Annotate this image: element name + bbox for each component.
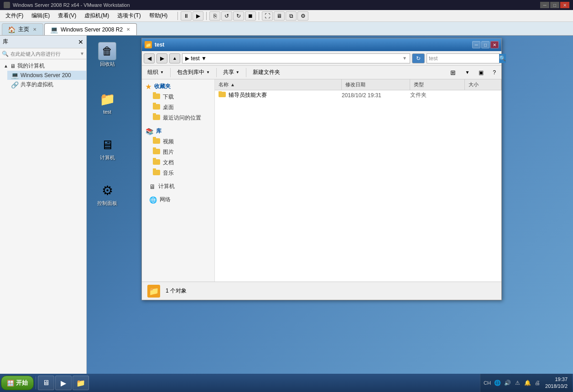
view-toggle-btn[interactable]: ⊞	[448, 68, 458, 77]
taskbar-folder-btn[interactable]: 📁	[73, 376, 89, 390]
toolbar-share-btn[interactable]: 共享 ▼	[220, 68, 242, 77]
tray-lang-icon[interactable]: CH	[483, 379, 491, 387]
explorer-minimize-btn[interactable]: ─	[472, 41, 480, 48]
menu-vm[interactable]: 虚拟机(M)	[81, 11, 113, 21]
taskbar-clock[interactable]: 19:37 2018/10/2	[543, 376, 569, 390]
address-text: ▶ test ▼	[185, 55, 207, 62]
vm-desktop[interactable]: 🗑 回收站 📁 test 🖥 计算机 ⚙ 控制面板 📁 test ─	[87, 36, 573, 374]
nav-pictures[interactable]: 图片	[142, 147, 214, 157]
menu-tab[interactable]: 选项卡(T)	[114, 11, 144, 21]
tab-home-close[interactable]: ✕	[32, 27, 37, 32]
nav-up-btn[interactable]: ▲	[169, 53, 180, 63]
explorer-statusbar: 📁 1 个对象	[142, 282, 501, 300]
explorer-close-btn[interactable]: ✕	[490, 41, 499, 48]
organize-dropdown-icon: ▼	[160, 70, 164, 74]
tab-vm[interactable]: 💻 Windows Server 2008 R2 ✕	[44, 23, 137, 35]
maximize-button[interactable]: □	[550, 2, 559, 8]
menu-file[interactable]: 文件(F)	[2, 11, 27, 21]
sidebar-close-icon[interactable]: ✕	[78, 38, 83, 46]
nav-network[interactable]: 🌐 网络	[142, 194, 214, 205]
tab-home[interactable]: 🏠 主页 ✕	[2, 23, 43, 35]
help-btn[interactable]: ?	[490, 68, 499, 77]
newfolder-label: 新建文件夹	[253, 68, 280, 76]
explorer-restore-btn[interactable]: □	[481, 41, 490, 48]
tab-vm-close[interactable]: ✕	[125, 27, 131, 32]
toolbar-organize-btn[interactable]: 组织 ▼	[145, 68, 167, 77]
desktop-icon-recycle[interactable]: 🗑 回收站	[91, 40, 123, 69]
nav-back-btn[interactable]: ◀	[144, 53, 155, 63]
menu-view[interactable]: 查看(V)	[54, 11, 80, 21]
nav-documents[interactable]: 文档	[142, 157, 214, 168]
explorer-window: 📁 test ─ □ ✕ ◀ ▶ ▲ ▶ test ▼ ▼ ↻	[141, 38, 502, 300]
col-name-header[interactable]: 名称 ▲	[215, 79, 342, 90]
sidebar-header: 库 ✕	[0, 36, 86, 48]
tray-bell-icon[interactable]: 🔔	[523, 379, 531, 387]
search-dropdown-icon[interactable]: ▼	[80, 51, 84, 56]
tb-btn-4[interactable]: ↺	[221, 11, 232, 21]
pictures-icon	[153, 149, 160, 156]
toolbar-separator-3	[259, 12, 259, 20]
search-input[interactable]	[429, 55, 497, 62]
tb-btn-2[interactable]: ▶	[193, 11, 203, 21]
nav-recent[interactable]: 最近访问的位置	[142, 113, 214, 123]
preview-pane-btn[interactable]: ▣	[476, 68, 486, 77]
start-icon: 🪟	[7, 380, 14, 387]
nav-music[interactable]: 音乐	[142, 168, 214, 178]
col-type-header[interactable]: 类型	[410, 79, 465, 90]
tray-network-icon[interactable]: 🌐	[493, 379, 501, 387]
tb-btn-prefs[interactable]: ⚙	[297, 11, 308, 21]
videos-icon	[153, 138, 160, 145]
explorer-titlebar: 📁 test ─ □ ✕	[142, 38, 501, 51]
col-date-header[interactable]: 修改日期	[342, 79, 410, 90]
table-row[interactable]: 辅导员技能大赛 2018/10/2 19:31 文件夹	[215, 90, 501, 100]
explorer-file-list: 辅导员技能大赛 2018/10/2 19:31 文件夹	[215, 90, 501, 282]
tray-sound-icon[interactable]: 🔊	[503, 379, 511, 387]
tray-printer-icon[interactable]: 🖨	[533, 379, 542, 387]
nav-forward-btn[interactable]: ▶	[156, 53, 167, 63]
tb-btn-1[interactable]: ⏸	[181, 11, 192, 21]
taskbar-tray: CH 🌐 🔊 ⚠ 🔔 🖨 19:37 2018/10/2	[480, 374, 572, 392]
address-box[interactable]: ▶ test ▼ ▼	[182, 53, 410, 63]
desktop-icon-test[interactable]: 📁 test	[91, 88, 123, 117]
sidebar-search-input[interactable]	[10, 51, 78, 57]
tb-btn-5[interactable]: ↻	[233, 11, 244, 21]
close-button[interactable]: ✕	[560, 2, 569, 8]
tree-item-winserver[interactable]: 💻 Windows Server 200	[7, 71, 86, 80]
search-btn[interactable]: 🔍	[499, 54, 506, 63]
col-size-header[interactable]: 大小	[465, 79, 501, 90]
nav-downloads[interactable]: 下载	[142, 92, 214, 102]
search-box[interactable]: 🔍	[427, 53, 500, 63]
menu-help[interactable]: 帮助(H)	[146, 11, 172, 21]
tb-btn-screen[interactable]: 🖥	[274, 11, 285, 21]
share-dropdown-icon: ▼	[236, 70, 240, 74]
sidebar-tree: ▲ 🖥 我的计算机 💻 Windows Server 200 🔗 共享的虚拟机	[0, 59, 86, 374]
tb-btn-3[interactable]: ⎘	[209, 11, 220, 21]
test-folder-label: test	[103, 109, 111, 115]
nav-desktop[interactable]: 桌面	[142, 102, 214, 113]
sidebar-search-bar[interactable]: 🔍 ▼	[0, 48, 86, 59]
tree-item-mycomputer[interactable]: ▲ 🖥 我的计算机	[0, 61, 86, 71]
tree-item-shared[interactable]: 🔗 共享的虚拟机	[7, 80, 86, 89]
menu-edit[interactable]: 编辑(E)	[28, 11, 53, 21]
library-icon: 📚	[146, 128, 153, 135]
refresh-btn[interactable]: ↻	[412, 53, 425, 63]
tb-btn-unity[interactable]: ⧉	[286, 11, 297, 21]
test-folder-icon: 📁	[98, 90, 116, 108]
desktop-icon-computer[interactable]: 🖥 计算机	[91, 134, 123, 162]
nav-computer[interactable]: 🖥 计算机	[142, 181, 214, 192]
taskbar-terminal-btn[interactable]: ▶	[55, 376, 72, 390]
view-dropdown-btn[interactable]: ▼	[462, 69, 472, 76]
start-button[interactable]: 🪟 开始	[1, 376, 34, 390]
address-dropdown-icon[interactable]: ▼	[402, 56, 407, 61]
toolbar-separator-2	[206, 12, 207, 20]
tray-warning-icon[interactable]: ⚠	[513, 379, 521, 387]
toolbar-include-btn[interactable]: 包含到库中 ▼	[174, 68, 213, 77]
nav-videos[interactable]: 视频	[142, 136, 214, 147]
tb-btn-6[interactable]: ⏹	[245, 11, 256, 21]
minimize-button[interactable]: ─	[540, 2, 549, 8]
clock-date: 2018/10/2	[545, 383, 568, 390]
taskbar-explorer-btn[interactable]: 🖥	[38, 376, 54, 390]
desktop-icon-controlpanel[interactable]: ⚙ 控制面板	[91, 179, 123, 208]
tb-btn-fullscreen[interactable]: ⛶	[262, 11, 273, 21]
toolbar-newfolder-btn[interactable]: 新建文件夹	[250, 68, 283, 77]
